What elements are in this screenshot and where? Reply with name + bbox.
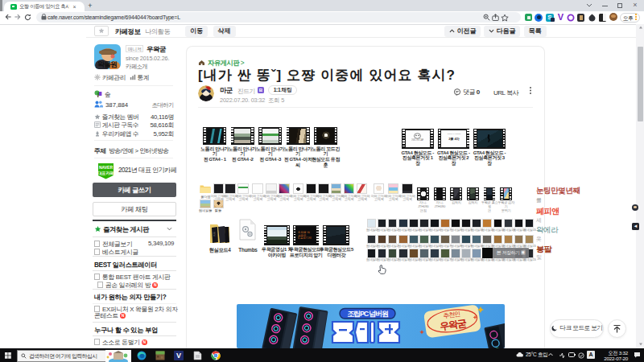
svg-text:왁물원: 왁물원 [97, 60, 118, 68]
svg-text:2틀 4차: 2틀 4차 [448, 137, 460, 142]
svg-text:NAVER: NAVER [99, 165, 114, 170]
svg-text:조립PC 넘버원: 조립PC 넘버원 [347, 310, 389, 318]
svg-text:대표카페: 대표카페 [98, 171, 114, 176]
svg-text:OWL IN CAP: OWL IN CAP [411, 138, 423, 142]
svg-text:SPECIAL HIDDEN: SPECIAL HIDDEN [448, 133, 461, 134]
